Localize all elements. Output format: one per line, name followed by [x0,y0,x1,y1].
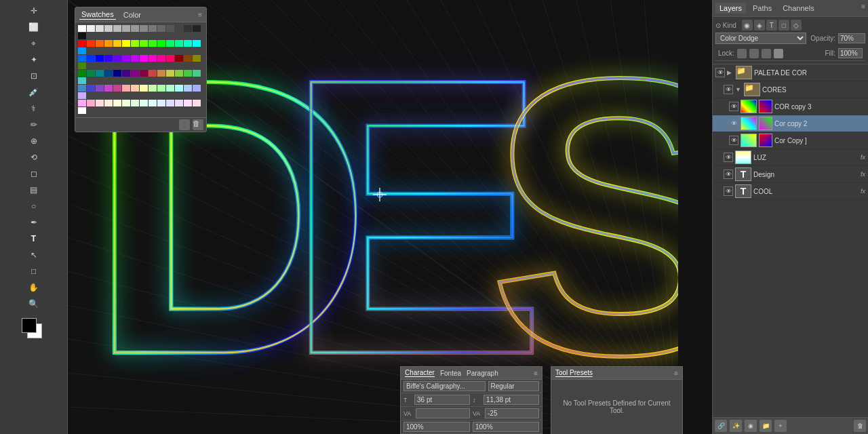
scale-h-input[interactable] [403,422,470,432]
filter-type-button[interactable]: T [766,20,777,31]
swatch[interactable] [96,40,104,47]
paragraph-tab[interactable]: Paragraph [467,370,498,377]
swatch[interactable] [140,25,148,32]
layer-item-luz[interactable]: 👁 LUZ fx [713,149,868,166]
swatch[interactable] [131,100,139,106]
add-mask-button[interactable]: ◉ [745,420,757,432]
hand-tool[interactable]: ✋ [26,280,41,295]
character-panel-close[interactable]: ≡ [534,370,538,377]
fg-bg-color-selector[interactable] [22,318,46,342]
tool-presets-close[interactable]: ≡ [674,370,678,377]
swatch[interactable] [131,40,139,47]
swatch[interactable] [184,40,192,47]
swatch[interactable] [78,33,86,39]
type-tool[interactable]: T [26,231,41,246]
swatch[interactable] [78,40,86,47]
swatch[interactable] [113,85,121,92]
swatch[interactable] [87,100,95,106]
swatch[interactable] [149,40,157,47]
filter-smart-button[interactable]: ◇ [791,20,802,31]
opacity-input[interactable] [838,33,865,43]
swatch[interactable] [122,40,130,47]
swatch[interactable] [166,25,174,32]
layers-menu-button[interactable]: ≡ [861,3,865,14]
swatch[interactable] [157,100,165,106]
crop-tool[interactable]: ⊡ [26,68,41,83]
blend-mode-select[interactable]: Color Dodge [715,33,806,44]
kerning-input[interactable] [485,408,539,418]
layer-item-cor-copy-2[interactable]: 👁 Cor copy 2 [713,115,868,132]
swatch[interactable] [193,100,201,106]
swatch[interactable] [175,25,183,32]
swatch[interactable] [78,62,86,69]
swatch[interactable] [149,70,157,77]
swatch[interactable] [96,85,104,92]
swatch[interactable] [175,70,183,77]
swatch[interactable] [122,70,130,77]
swatch[interactable] [166,55,174,62]
layer-item-paleta-cor[interactable]: 👁 ▶ 📁 PALETA DE COR [713,64,868,81]
filter-shape-button[interactable]: □ [778,20,789,31]
swatch[interactable] [87,85,95,92]
swatch[interactable] [87,40,95,47]
path-select-tool[interactable]: ↖ [26,248,41,262]
lock-transparent-button[interactable] [737,49,747,58]
new-group-button[interactable]: 📁 [760,420,772,432]
add-style-button[interactable]: ✨ [730,420,742,432]
swatch[interactable] [131,55,139,62]
swatch[interactable] [87,55,95,62]
swatch[interactable] [78,77,86,84]
folder-toggle-paleta-cor[interactable]: ▶ [727,69,734,76]
swatch[interactable] [104,25,113,32]
tool-presets-tab[interactable]: Tool Presets [555,369,593,377]
swatch[interactable] [193,40,201,47]
rect-select-tool[interactable]: ⬜ [26,20,41,35]
swatch[interactable] [193,70,201,77]
swatch[interactable] [78,85,86,92]
swatch[interactable] [131,25,139,32]
swatch[interactable] [175,55,183,62]
eraser-tool[interactable]: ◻ [26,166,41,181]
paths-tab[interactable]: Paths [749,3,776,14]
swatch[interactable] [140,40,148,47]
gradient-tool[interactable]: ▤ [26,182,41,197]
history-brush-tool[interactable]: ⟲ [26,150,41,165]
swatch[interactable] [104,85,113,92]
swatch[interactable] [78,92,86,99]
shape-tool[interactable]: □ [26,264,41,279]
swatch[interactable] [157,70,165,77]
swatch[interactable] [122,100,130,106]
swatch[interactable] [96,100,104,106]
swatch[interactable] [96,70,104,77]
swatch[interactable] [157,85,165,92]
swatch[interactable] [140,100,148,106]
foreground-color[interactable] [22,318,37,333]
swatch[interactable] [140,55,148,62]
swatch[interactable] [184,25,192,32]
pen-tool[interactable]: ✒ [26,215,41,230]
clone-stamp-tool[interactable]: ⊕ [26,134,41,149]
swatch[interactable] [78,47,86,54]
swatch[interactable] [122,25,130,32]
swatch[interactable] [113,40,121,47]
font-size-input[interactable] [414,395,470,405]
swatch[interactable] [149,25,157,32]
new-swatch-button[interactable] [179,119,190,130]
swatch[interactable] [166,85,174,92]
swatch[interactable] [104,70,113,77]
layer-item-cor-copy-1[interactable]: 👁 Cor Copy ] [713,132,868,149]
swatch[interactable] [113,55,121,62]
swatch[interactable] [113,100,121,106]
channels-tab[interactable]: Channels [778,3,818,14]
swatch[interactable] [78,55,86,62]
character-tab[interactable]: Character [405,369,435,377]
swatch[interactable] [157,40,165,47]
swatch[interactable] [122,55,130,62]
swatch[interactable] [166,70,174,77]
swatch[interactable] [78,25,86,32]
swatch[interactable] [184,70,192,77]
swatch[interactable] [113,25,121,32]
swatch[interactable] [78,100,86,106]
font-style-input[interactable] [488,381,540,391]
swatch[interactable] [175,40,183,47]
